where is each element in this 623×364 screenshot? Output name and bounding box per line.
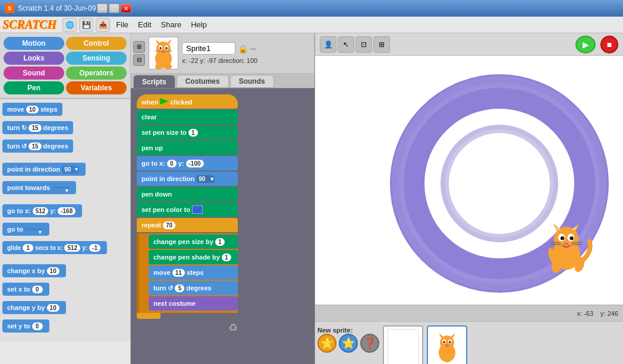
block-turn-cw[interactable]: turn ↻ 15 degrees bbox=[2, 121, 73, 134]
stage-header: 👤 ↖ ⊡ ⊞ ▶ ■ bbox=[315, 33, 623, 56]
block-pen-up[interactable]: pen up bbox=[137, 141, 238, 155]
block-set-x[interactable]: set x to 0 bbox=[2, 283, 49, 296]
block-repeat[interactable]: repeat 70 bbox=[137, 218, 238, 232]
block-pen-down[interactable]: pen down bbox=[137, 187, 238, 201]
coord-display: x: -63 y: 246 bbox=[577, 310, 618, 317]
block-next-costume[interactable]: next costume bbox=[149, 296, 238, 311]
stage-thumbnail[interactable]: Stage bbox=[383, 325, 423, 365]
block-when-clicked[interactable]: when clicked bbox=[137, 94, 238, 109]
blocks-list: move 10 steps turn ↻ 15 degrees turn ↺ 1… bbox=[0, 99, 130, 364]
share-icon[interactable]: 📤 bbox=[96, 18, 110, 32]
bottom-bar: x: -63 y: 246 bbox=[315, 305, 623, 321]
zoom-fit-icon[interactable]: ⊡ bbox=[355, 36, 372, 53]
sprite-name-input[interactable] bbox=[182, 42, 235, 55]
category-control[interactable]: Control bbox=[66, 37, 127, 50]
block-goto-xy-script[interactable]: go to x: 0 y: -100 bbox=[137, 156, 238, 170]
zoom-full-icon[interactable]: ⊞ bbox=[373, 36, 390, 53]
script-tabs: Scripts Costumes Sounds bbox=[131, 74, 314, 88]
pen-color-swatch[interactable] bbox=[192, 205, 203, 214]
menu-help[interactable]: Help bbox=[186, 19, 212, 30]
new-sprite-file-button[interactable]: ⭐ bbox=[339, 334, 358, 353]
repeat-body: change pen size by 1 change pen shade by… bbox=[137, 233, 238, 313]
block-goto[interactable]: go to bbox=[2, 223, 49, 236]
script-stack: when clicked clear set pen size to 1 pen… bbox=[137, 94, 238, 334]
menubar: SCRATCH 🌐 💾 📤 File Edit Share Help bbox=[0, 17, 623, 33]
titlebar: S Scratch 1.4 of 30-Jun-09 — □ ✕ bbox=[0, 0, 623, 17]
svg-point-29 bbox=[561, 236, 565, 240]
sprite-panel: New sprite: ⭐ ⭐ ❓ Stage bbox=[315, 321, 623, 364]
category-motion[interactable]: Motion bbox=[4, 37, 64, 50]
person-icon[interactable]: 👤 bbox=[320, 36, 336, 53]
block-point-direction[interactable]: point in direction 90 bbox=[2, 163, 86, 176]
recycle-icon: ♻ bbox=[137, 321, 238, 334]
stage-panel: 👤 ↖ ⊡ ⊞ ▶ ■ bbox=[315, 33, 623, 364]
scratch-logo: SCRATCH bbox=[2, 18, 56, 31]
stage-canvas bbox=[315, 56, 623, 305]
svg-point-47 bbox=[446, 344, 448, 346]
block-point-dir-script[interactable]: point in direction 90 bbox=[137, 172, 238, 186]
menu-share[interactable]: Share bbox=[156, 19, 187, 30]
tab-costumes[interactable]: Costumes bbox=[177, 75, 229, 88]
sprite-name-bar: 🔒 – bbox=[182, 42, 312, 55]
stop-button[interactable]: ■ bbox=[600, 36, 618, 53]
category-variables[interactable]: Variables bbox=[66, 81, 127, 94]
block-move[interactable]: move 10 steps bbox=[2, 103, 62, 116]
close-button[interactable]: ✕ bbox=[121, 4, 131, 13]
globe-icon[interactable]: 🌐 bbox=[62, 18, 77, 32]
svg-point-31 bbox=[564, 242, 569, 245]
category-operators[interactable]: Operators bbox=[66, 67, 127, 80]
new-sprite-label: New sprite: bbox=[317, 327, 377, 334]
new-sprite-buttons: ⭐ ⭐ ❓ bbox=[317, 334, 379, 353]
main-layout: Motion Control Looks Sensing Sound Opera… bbox=[0, 33, 623, 364]
block-clear[interactable]: clear bbox=[137, 110, 238, 124]
category-pen[interactable]: Pen bbox=[4, 81, 64, 94]
block-move-script[interactable]: move 11 steps bbox=[149, 265, 238, 280]
cursor-icon[interactable]: ↖ bbox=[338, 36, 354, 53]
minus-icon: – bbox=[250, 42, 256, 55]
stage-thumb-img bbox=[388, 329, 419, 364]
sprite1-thumb-img bbox=[433, 330, 461, 364]
script-canvas[interactable]: when clicked clear set pen size to 1 pen… bbox=[131, 88, 314, 364]
go-button[interactable]: ▶ bbox=[575, 36, 596, 53]
block-change-x[interactable]: change x by 10 bbox=[2, 264, 66, 277]
new-sprite-surprise-button[interactable]: ❓ bbox=[360, 334, 379, 353]
flag-icon bbox=[160, 98, 168, 106]
shrink-icon[interactable]: ⊟ bbox=[133, 54, 145, 66]
category-grid: Motion Control Looks Sensing Sound Opera… bbox=[0, 33, 130, 99]
app-icon: S bbox=[5, 4, 14, 13]
sprite-cat-svg bbox=[150, 38, 177, 69]
menu-file[interactable]: File bbox=[111, 19, 133, 30]
save-icon[interactable]: 💾 bbox=[79, 18, 93, 32]
block-set-y[interactable]: set y to 0 bbox=[2, 319, 49, 333]
tab-sounds[interactable]: Sounds bbox=[230, 75, 274, 88]
category-sound[interactable]: Sound bbox=[4, 67, 64, 80]
block-point-towards[interactable]: point towards bbox=[2, 181, 76, 194]
new-sprite-paint-button[interactable]: ⭐ bbox=[317, 334, 336, 353]
category-looks[interactable]: Looks bbox=[4, 52, 64, 65]
sprite1-thumbnail[interactable]: Sprite1 bbox=[427, 325, 467, 365]
repeat-bottom-cap bbox=[137, 313, 161, 319]
blocks-panel: Motion Control Looks Sensing Sound Opera… bbox=[0, 33, 131, 364]
sprite-preview bbox=[149, 37, 178, 69]
block-glide[interactable]: glide 1 secs to x: 512 y: -1 bbox=[2, 241, 107, 254]
category-sensing[interactable]: Sensing bbox=[66, 52, 127, 65]
block-turn-script[interactable]: turn ↺ 5 degrees bbox=[149, 281, 238, 295]
stage-drawing bbox=[315, 56, 623, 305]
sprite-header: ⊞ ⊟ bbox=[131, 33, 314, 74]
block-change-pen-size[interactable]: change pen size by 1 bbox=[149, 235, 238, 249]
expand-icon[interactable]: ⊞ bbox=[133, 41, 145, 53]
svg-point-45 bbox=[443, 341, 445, 343]
block-goto-xy[interactable]: go to x: 512 y: -168 bbox=[2, 204, 82, 217]
svg-point-46 bbox=[449, 341, 451, 343]
tab-scripts[interactable]: Scripts bbox=[133, 75, 175, 88]
maximize-button[interactable]: □ bbox=[109, 4, 119, 13]
minimize-button[interactable]: — bbox=[97, 4, 108, 13]
block-turn-ccw[interactable]: turn ↺ 15 degrees bbox=[2, 140, 73, 153]
menu-edit[interactable]: Edit bbox=[133, 19, 156, 30]
block-change-y[interactable]: change y by 10 bbox=[2, 301, 66, 314]
titlebar-title: Scratch 1.4 of 30-Jun-09 bbox=[18, 4, 96, 12]
block-set-pen-color[interactable]: set pen color to bbox=[137, 202, 238, 217]
block-change-pen-shade[interactable]: change pen shade by 1 bbox=[149, 250, 238, 264]
block-set-pen-size[interactable]: set pen size to 1 bbox=[137, 125, 238, 140]
svg-point-40 bbox=[440, 335, 454, 350]
